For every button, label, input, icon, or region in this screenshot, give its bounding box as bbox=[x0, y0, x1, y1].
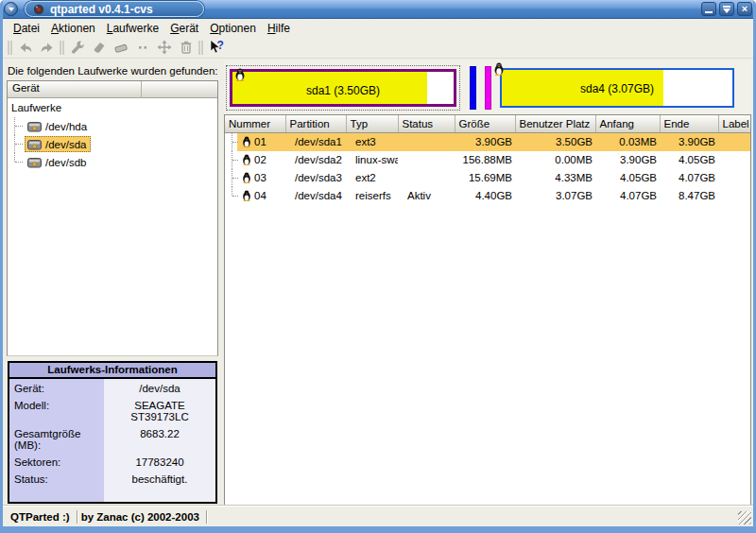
title-capsule: qtparted v0.4.1-cvs bbox=[25, 1, 204, 17]
devices-found-label: Die folgenden Laufwerke wurden gefunden: bbox=[7, 60, 218, 80]
tree-item-dev-sdb[interactable]: /dev/sdb bbox=[8, 153, 217, 171]
tree-root-laufwerke[interactable]: Laufwerke bbox=[8, 100, 217, 117]
window-menu-button[interactable] bbox=[4, 2, 18, 16]
table-row-sda4[interactable]: 04 /dev/sda4 reiserfs Aktiv 4.40GB 3.07G… bbox=[225, 187, 750, 205]
info-value-gesamtgroesse: 8683.22 bbox=[104, 424, 215, 453]
column-header-geraet[interactable]: Gerät bbox=[8, 81, 142, 98]
eraser-icon bbox=[112, 39, 129, 56]
toolbar-handle[interactable] bbox=[198, 41, 200, 55]
status-separator bbox=[206, 510, 207, 524]
drive-info-panel: Laufwerks-Informationen Gerät: /dev/sda … bbox=[8, 361, 217, 504]
format-icon bbox=[91, 39, 108, 56]
menubar: Datei Aktionen Laufwerke Gerät Optionen … bbox=[3, 19, 753, 37]
disk-icon bbox=[27, 138, 42, 150]
tree-branch-icon bbox=[14, 135, 25, 153]
toolbar-handle[interactable] bbox=[60, 41, 61, 55]
info-value-geraet: /dev/sda bbox=[104, 379, 215, 396]
device-tree: Gerät Laufwerke /dev/hda bbox=[7, 80, 218, 356]
close-button[interactable]: × bbox=[737, 2, 752, 16]
tux-icon bbox=[242, 172, 251, 183]
col-header-nummer[interactable]: Nummer bbox=[225, 115, 285, 132]
device-tree-body: Laufwerke /dev/hda /dev/sda bbox=[8, 98, 217, 355]
window-title: qtparted v0.4.1-cvs bbox=[50, 3, 153, 16]
menu-laufwerke[interactable]: Laufwerke bbox=[101, 21, 164, 36]
info-label-gesamtgroesse: Gesamtgröße (MB): bbox=[9, 424, 104, 453]
table-row-sda3[interactable]: 03 /dev/sda3 ext2 15.69MB 4.33MB 4.05GB … bbox=[225, 169, 750, 187]
resize-grip[interactable] bbox=[738, 511, 751, 524]
move-button[interactable] bbox=[153, 38, 175, 58]
partition-bar-label: sda4 (3.07GB) bbox=[502, 82, 732, 95]
col-header-typ[interactable]: Typ bbox=[346, 115, 398, 132]
menu-geraet[interactable]: Gerät bbox=[164, 21, 204, 36]
col-header-benutzer-platz[interactable]: Benutzer Platz bbox=[515, 115, 595, 132]
delete-button[interactable] bbox=[110, 38, 131, 58]
info-value-modell: SEAGATE ST39173LC bbox=[104, 396, 215, 424]
resize-dots-icon bbox=[134, 39, 151, 56]
undo-icon bbox=[17, 39, 34, 56]
partition-panel: sda1 (3.50GB) sda4 (3.07GB) bbox=[224, 60, 751, 506]
maximize-button[interactable] bbox=[719, 2, 734, 16]
partition-bar-sda2[interactable] bbox=[470, 66, 476, 110]
tree-branch-icon bbox=[14, 117, 25, 135]
info-label-modell: Modell: bbox=[9, 396, 104, 424]
info-value-sektoren: 17783240 bbox=[104, 453, 215, 470]
wrench-icon bbox=[69, 39, 86, 56]
move-icon bbox=[156, 39, 173, 56]
info-label-status: Status: bbox=[9, 470, 104, 487]
col-header-ende[interactable]: Ende bbox=[660, 115, 718, 132]
menu-optionen[interactable]: Optionen bbox=[204, 21, 262, 36]
partition-bar-sda1[interactable]: sda1 (3.50GB) bbox=[226, 65, 460, 111]
column-header-empty[interactable] bbox=[142, 81, 217, 98]
partition-bar-label: sda1 (3.50GB) bbox=[232, 84, 454, 97]
toolbar-handle[interactable] bbox=[8, 41, 9, 55]
delete-partition-button[interactable] bbox=[175, 38, 197, 58]
tux-icon bbox=[242, 154, 251, 165]
device-panel: Die folgenden Laufwerke wurden gefunden:… bbox=[7, 60, 218, 506]
tux-icon bbox=[493, 62, 505, 76]
svg-text:?: ? bbox=[216, 39, 223, 52]
disk-icon bbox=[27, 156, 42, 168]
table-row-sda1[interactable]: 01 /dev/sda1 ext3 3.90GB 3.50GB 0.03MB 3… bbox=[225, 132, 750, 151]
col-header-groesse[interactable]: Größe bbox=[455, 115, 515, 132]
col-header-partition[interactable]: Partition bbox=[285, 115, 346, 132]
trash-icon bbox=[178, 39, 195, 56]
status-app-label: QTParted :) bbox=[7, 510, 77, 524]
format-button[interactable] bbox=[88, 38, 110, 58]
info-label-geraet: Gerät: bbox=[9, 379, 104, 396]
menu-datei[interactable]: Datei bbox=[8, 21, 45, 36]
main-area: Die folgenden Laufwerke wurden gefunden:… bbox=[3, 59, 753, 506]
minimize-icon bbox=[705, 11, 713, 13]
info-label-sektoren: Sektoren: bbox=[9, 453, 104, 470]
statusbar: QTParted :) by Zanac (c) 2002-2003 bbox=[3, 506, 753, 526]
info-value-status: beschäftigt. bbox=[104, 470, 215, 487]
menu-aktionen[interactable]: Aktionen bbox=[45, 21, 101, 36]
drive-info-title: Laufwerks-Informationen bbox=[9, 363, 215, 379]
col-header-anfang[interactable]: Anfang bbox=[595, 115, 660, 132]
tree-item-dev-sda[interactable]: /dev/sda bbox=[8, 135, 217, 153]
toolbar: ? bbox=[3, 37, 753, 59]
qtparted-window: qtparted v0.4.1-cvs × Datei Aktionen Lau… bbox=[0, 0, 756, 533]
tux-icon bbox=[242, 190, 251, 201]
whats-this-icon: ? bbox=[208, 39, 225, 56]
menu-hilfe[interactable]: Hilfe bbox=[262, 21, 296, 36]
whats-this-button[interactable]: ? bbox=[205, 38, 227, 58]
properties-button[interactable] bbox=[66, 38, 88, 58]
partition-bar-sda3[interactable] bbox=[485, 66, 491, 110]
window-controls: × bbox=[701, 2, 752, 16]
tree-item-dev-hda[interactable]: /dev/hda bbox=[8, 117, 217, 135]
tree-branch-icon bbox=[230, 133, 239, 151]
table-row-sda2[interactable]: 02 /dev/sda2 linux-swap 156.88MB 0.00MB … bbox=[225, 151, 750, 169]
device-tree-header: Gerät bbox=[8, 81, 217, 98]
col-header-label[interactable]: Label bbox=[718, 115, 750, 132]
undo-button[interactable] bbox=[14, 38, 36, 58]
resize-button[interactable] bbox=[131, 38, 153, 58]
partition-table: Nummer Partition Typ Status Größe Benutz… bbox=[224, 114, 751, 506]
tree-branch-icon bbox=[230, 187, 239, 205]
titlebar: qtparted v0.4.1-cvs × bbox=[0, 0, 756, 19]
chevron-down-icon bbox=[9, 8, 14, 11]
col-header-status[interactable]: Status bbox=[398, 115, 455, 132]
redo-icon bbox=[39, 39, 56, 56]
partition-bar-sda4[interactable]: sda4 (3.07GB) bbox=[500, 68, 734, 108]
minimize-button[interactable] bbox=[701, 2, 716, 16]
redo-button[interactable] bbox=[36, 38, 58, 58]
